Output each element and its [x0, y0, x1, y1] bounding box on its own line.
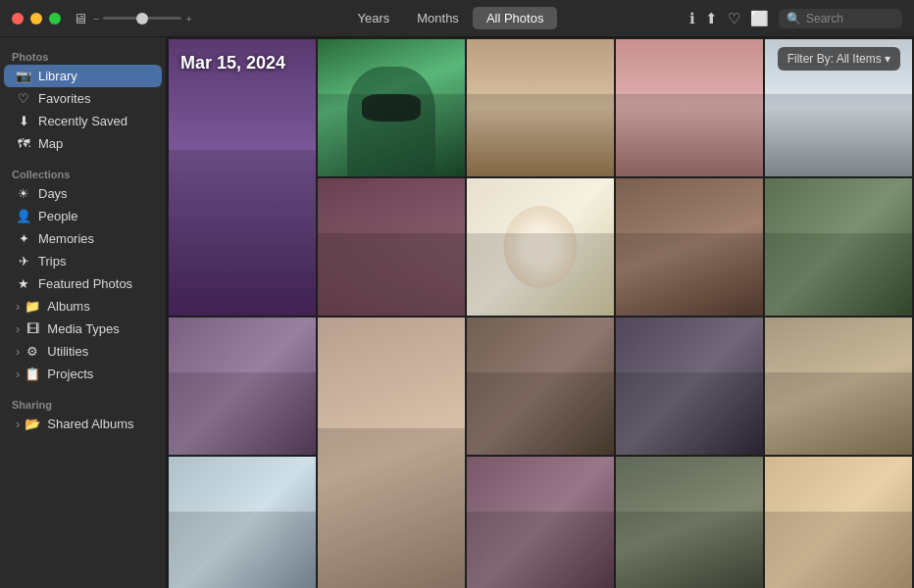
main-layout: Photos 📷 Library ♡ Favorites ⬇ Recently … — [0, 37, 914, 588]
sidebar-item-projects[interactable]: 📋 Projects — [4, 363, 162, 385]
sidebar-item-favorites[interactable]: ♡ Favorites — [4, 87, 162, 110]
maximize-button[interactable] — [49, 13, 61, 24]
filter-button[interactable]: Filter By: All Items ▾ — [778, 47, 900, 71]
photo-cell[interactable] — [318, 178, 465, 316]
photo-cell[interactable] — [467, 39, 614, 176]
photo-cell[interactable] — [616, 178, 763, 316]
title-bar-center: Years Months All Photos — [222, 7, 680, 29]
favorites-icon: ♡ — [16, 91, 31, 106]
view-tabs: Years Months All Photos — [343, 7, 557, 29]
zoom-out-icon: − — [93, 13, 99, 24]
title-bar: 🖥 − + Years Months All Photos ℹ ⬆ ♡ ⬜ 🔍 — [0, 0, 914, 37]
sidebar-item-days[interactable]: ☀ Days — [4, 182, 162, 205]
photo-area: Mar 15, 2024 Filter By: All Items ▾ — [167, 37, 914, 588]
sidebar-item-memories[interactable]: ✦ Memories — [4, 227, 162, 250]
photo-cell[interactable] — [765, 318, 912, 455]
sidebar-label-media-types: Media Types — [47, 321, 119, 336]
zoom-slider[interactable] — [103, 17, 181, 20]
tab-months[interactable]: Months — [403, 7, 473, 29]
sidebar-label-people: People — [38, 209, 77, 223]
photo-cell[interactable] — [169, 39, 316, 316]
sidebar-item-utilities[interactable]: ⚙ Utilities — [4, 340, 162, 363]
sidebar-section-collections: Collections — [0, 163, 166, 182]
map-icon: 🗺 — [16, 136, 31, 151]
sidebar-label-memories: Memories — [38, 231, 94, 246]
photo-cell[interactable] — [318, 39, 465, 176]
heart-icon[interactable]: ♡ — [728, 10, 740, 27]
photo-cell[interactable] — [616, 318, 763, 455]
sidebar-label-days: Days — [38, 186, 68, 201]
photo-grid — [167, 37, 914, 588]
sidebar-item-recently-saved[interactable]: ⬇ Recently Saved — [4, 110, 162, 132]
photo-cell[interactable] — [616, 39, 763, 176]
photo-cell[interactable] — [616, 457, 763, 588]
sidebar-item-library[interactable]: 📷 Library — [4, 65, 162, 87]
photo-cell[interactable] — [765, 178, 912, 316]
photo-cell[interactable] — [318, 318, 465, 588]
sidebar-label-library: Library — [38, 69, 77, 83]
crop-icon[interactable]: ⬜ — [750, 10, 769, 27]
sidebar-item-media-types[interactable]: 🎞 Media Types — [4, 318, 162, 340]
photo-cell[interactable] — [467, 178, 614, 316]
sidebar-item-trips[interactable]: ✈ Trips — [4, 250, 162, 272]
sidebar-item-map[interactable]: 🗺 Map — [4, 132, 162, 155]
shared-albums-icon: 📂 — [25, 416, 40, 431]
search-box[interactable]: 🔍 — [779, 9, 902, 28]
featured-photos-icon: ★ — [16, 276, 31, 291]
date-label: Mar 15, 2024 — [180, 53, 285, 74]
sidebar-label-featured-photos: Featured Photos — [38, 276, 132, 291]
projects-icon: 📋 — [25, 367, 40, 381]
days-icon: ☀ — [16, 186, 31, 201]
sidebar-label-shared-albums: Shared Albums — [47, 416, 133, 431]
photo-cell[interactable] — [169, 457, 316, 588]
recently-saved-icon: ⬇ — [16, 114, 31, 128]
sidebar-label-albums: Albums — [47, 299, 89, 314]
sidebar-item-albums[interactable]: 📁 Albums — [4, 295, 162, 318]
filter-bar: Filter By: All Items ▾ — [778, 47, 900, 71]
sidebar: Photos 📷 Library ♡ Favorites ⬇ Recently … — [0, 37, 167, 588]
photo-cell[interactable] — [467, 318, 614, 455]
search-icon: 🔍 — [787, 12, 801, 25]
sidebar-label-favorites: Favorites — [38, 91, 90, 106]
sidebar-section-sharing: Sharing — [0, 393, 166, 413]
tab-years[interactable]: Years — [343, 7, 403, 29]
sidebar-label-projects: Projects — [47, 367, 93, 381]
title-bar-actions: ℹ ⬆ ♡ ⬜ 🔍 — [689, 9, 902, 28]
memories-icon: ✦ — [16, 231, 31, 246]
photo-cell[interactable] — [467, 457, 614, 588]
sidebar-label-map: Map — [38, 136, 63, 151]
sidebar-label-recently-saved: Recently Saved — [38, 114, 127, 128]
sidebar-item-shared-albums[interactable]: 📂 Shared Albums — [4, 413, 162, 435]
media-types-icon: 🎞 — [25, 321, 40, 336]
photo-cell[interactable] — [169, 318, 316, 455]
sidebar-label-utilities: Utilities — [47, 344, 88, 359]
sidebar-item-people[interactable]: 👤 People — [4, 205, 162, 227]
zoom-slider-area: − + — [93, 13, 192, 24]
sidebar-label-trips: Trips — [38, 254, 66, 269]
search-input[interactable] — [806, 12, 894, 25]
minimize-button[interactable] — [30, 13, 42, 24]
screen-icon: 🖥 — [73, 10, 87, 26]
trips-icon: ✈ — [16, 254, 31, 269]
zoom-in-icon: + — [185, 13, 191, 24]
photo-cell[interactable] — [765, 457, 912, 588]
info-icon[interactable]: ℹ — [689, 10, 695, 27]
albums-icon: 📁 — [25, 299, 40, 314]
window-controls — [12, 13, 61, 24]
sidebar-section-photos: Photos — [0, 45, 166, 65]
tab-all-photos[interactable]: All Photos — [473, 7, 558, 29]
sidebar-item-featured-photos[interactable]: ★ Featured Photos — [4, 272, 162, 295]
library-icon: 📷 — [16, 69, 31, 83]
people-icon: 👤 — [16, 209, 31, 223]
close-button[interactable] — [12, 13, 24, 24]
utilities-icon: ⚙ — [25, 344, 40, 359]
share-icon[interactable]: ⬆ — [705, 10, 718, 27]
